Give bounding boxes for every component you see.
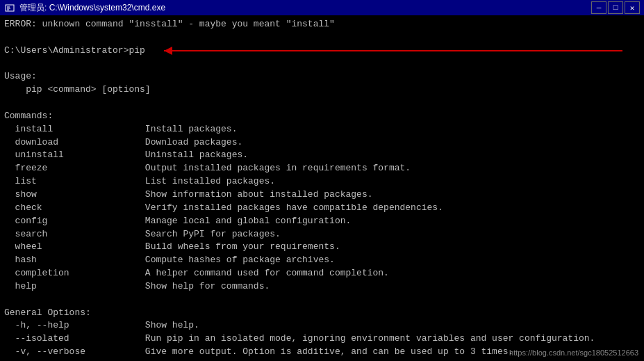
blank-line-1 [4,31,640,45]
window-controls: — □ ✕ [591,1,640,14]
command-row: freeze Output installed packages in requ… [4,162,640,175]
usage-label: Usage: [4,70,640,83]
general-label: General Options: [4,307,640,320]
usage-cmd: pip <command> [options] [4,83,640,97]
command-row: help Show help for commands. [4,280,640,294]
blank-line-2 [4,58,640,71]
command-row: list List installed packages. [4,175,640,188]
cmd-window: 管理员: C:\Windows\system32\cmd.exe — □ ✕ E… [0,0,644,361]
command-row: wheel Build wheels from your requirement… [4,241,640,254]
watermark: https://blog.csdn.net/sgc18052512663 [509,348,638,357]
command-row: install Install packages. [4,123,640,136]
general-option-row: -h, --help Show help. [4,319,640,332]
command-row: check Verify installed packages have com… [4,202,640,215]
cmd-icon [4,2,15,13]
command-row: completion A helper command used for com… [4,267,640,280]
console-body: ERROR: unknown command "insstall" - mayb… [0,15,644,361]
title-bar: 管理员: C:\Windows\system32\cmd.exe — □ ✕ [0,0,644,15]
commands-label: Commands: [4,110,640,123]
command-row: search Search PyPI for packages. [4,228,640,241]
error-line: ERROR: unknown command "insstall" - mayb… [4,18,640,31]
command-row: show Show information about installed pa… [4,188,640,202]
command-row: hash Compute hashes of package archives. [4,254,640,267]
prompt-text: C:\Users\Administrator>pip [4,45,145,58]
close-button[interactable]: ✕ [625,1,640,14]
general-option-row: --isolated Run pip in an isolated mode, … [4,332,640,346]
command-row: download Download packages. [4,136,640,150]
prompt-line: C:\Users\Administrator>pip [4,45,640,58]
command-row: config Manage local and global configura… [4,215,640,228]
commands-list: install Install packages. download Downl… [4,123,640,294]
title-text: 管理员: C:\Windows\system32\cmd.exe [19,2,591,14]
maximize-button[interactable]: □ [608,1,623,14]
blank-line-4 [4,294,640,307]
command-row: uninstall Uninstall packages. [4,149,640,162]
blank-line-3 [4,97,640,110]
minimize-button[interactable]: — [591,1,606,14]
